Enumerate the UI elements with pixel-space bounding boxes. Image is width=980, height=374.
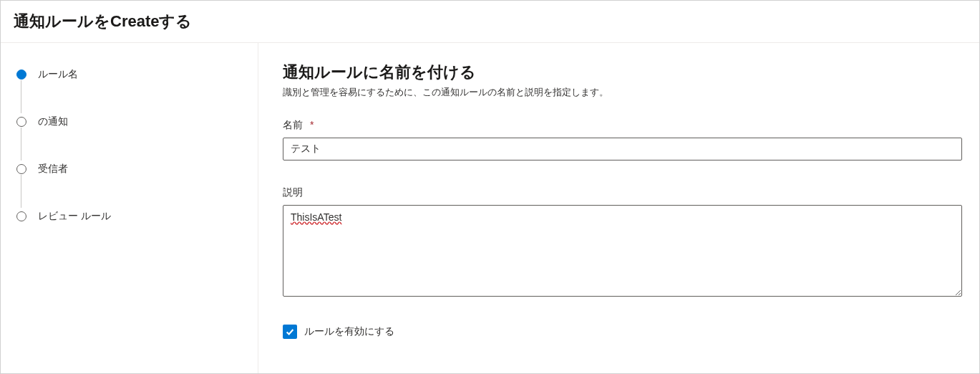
page-header: 通知ルールをCreateする (1, 1, 979, 43)
step-connector (21, 175, 21, 208)
page-title: 通知ルールをCreateする (14, 11, 966, 32)
step-connector (21, 128, 21, 160)
wizard-steps: ルール名 の通知 受信者 レビュー ルール (16, 67, 258, 224)
step-marker-icon (16, 164, 26, 174)
description-textarea[interactable]: ThisIsATest (283, 205, 962, 297)
wizard-sidebar: ルール名 の通知 受信者 レビュー ルール (1, 43, 258, 374)
section-title: 通知ルールに名前を付ける (283, 62, 962, 83)
name-field-group: 名前 * (283, 119, 962, 160)
enable-rule-checkbox-row[interactable]: ルールを有効にする (283, 325, 962, 339)
step-connector (21, 80, 21, 113)
description-field-group: 説明 ThisIsATest (283, 186, 962, 299)
wizard-step-recipient[interactable]: 受信者 (16, 162, 258, 176)
checkmark-icon (285, 327, 295, 337)
name-label-text: 名前 (283, 119, 303, 130)
wizard-step-rule-name[interactable]: ルール名 (16, 67, 258, 82)
content-area: ルール名 の通知 受信者 レビュー ルール 通知ルールに名前を付ける 識別と管理… (1, 43, 979, 374)
step-label: レビュー ルール (38, 210, 111, 223)
wizard-step-notification[interactable]: の通知 (16, 115, 258, 129)
step-marker-icon (16, 211, 26, 221)
required-asterisk: * (310, 119, 314, 130)
wizard-step-review[interactable]: レビュー ルール (16, 209, 258, 224)
checkbox-checked-icon (283, 325, 297, 339)
step-label: の通知 (38, 115, 68, 128)
step-label: 受信者 (38, 163, 68, 176)
step-marker-icon (16, 69, 26, 80)
enable-rule-label: ルールを有効にする (304, 325, 394, 338)
name-input[interactable] (283, 138, 962, 160)
step-marker-icon (16, 117, 26, 127)
main-panel: 通知ルールに名前を付ける 識別と管理を容易にするために、この通知ルールの名前と説… (258, 43, 979, 374)
step-label: ルール名 (38, 68, 78, 81)
description-label: 説明 (283, 186, 962, 199)
section-description: 識別と管理を容易にするために、この通知ルールの名前と説明を指定します。 (283, 86, 962, 99)
name-label: 名前 * (283, 119, 962, 132)
